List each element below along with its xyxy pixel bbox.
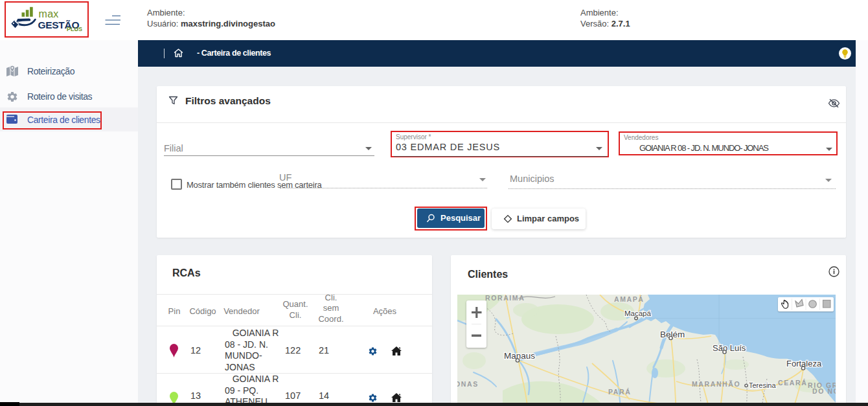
svg-text:Manaus: Manaus — [504, 351, 535, 361]
svg-text:ONAS: ONAS — [457, 380, 479, 388]
svg-text:Teresina: Teresina — [749, 381, 776, 389]
svg-text:DO NO: DO NO — [812, 387, 836, 395]
svg-text:CEARÁ: CEARÁ — [778, 379, 807, 387]
svg-text:MARANHÃO: MARANHÃO — [692, 380, 740, 388]
svg-text:RORAIMA: RORAIMA — [485, 295, 525, 302]
svg-text:São Luís: São Luís — [713, 343, 746, 353]
svg-text:Macapá: Macapá — [624, 310, 652, 317]
svg-text:max: max — [39, 8, 59, 19]
svg-text:PLUS: PLUS — [67, 26, 82, 32]
svg-text:PARÁ: PARÁ — [608, 388, 631, 396]
svg-text:AMAPÁ: AMAPÁ — [614, 295, 645, 303]
